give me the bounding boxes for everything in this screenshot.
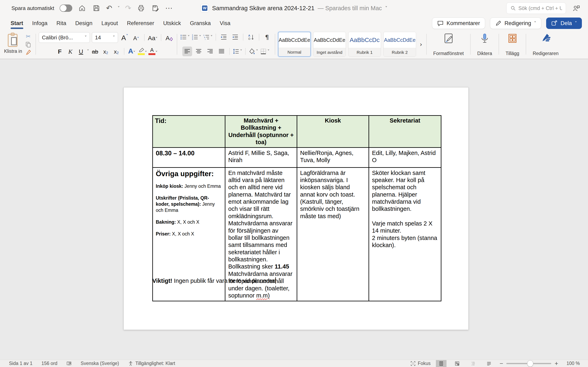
web-layout-view-button[interactable] <box>452 360 462 367</box>
zoom-in-button[interactable]: + <box>554 360 558 367</box>
editing-mode-button[interactable]: Redigering ˅ <box>490 17 541 29</box>
cell-kiosk-duties[interactable]: Lagföräldrarna är inköpsansvariga. I kio… <box>297 167 369 301</box>
justify-button[interactable] <box>217 47 226 56</box>
presence-icon[interactable] <box>572 4 581 13</box>
search-input[interactable] <box>518 5 562 11</box>
multilevel-list-button[interactable]: 1ai ˅ <box>203 32 213 42</box>
addins-button[interactable]: Tillägg <box>502 32 523 57</box>
style-normal[interactable]: AaBbCcDdEe Normal <box>278 32 311 57</box>
cut-icon[interactable]: ✂ <box>24 33 33 40</box>
borders-button[interactable]: ˅ <box>260 47 270 56</box>
header-tid[interactable]: Tid: <box>153 116 225 148</box>
header-kiosk[interactable]: Kiosk <box>297 116 369 148</box>
align-center-button[interactable] <box>194 47 204 56</box>
home-icon[interactable] <box>78 4 86 13</box>
comments-button[interactable]: Kommentarer <box>432 17 485 29</box>
style-heading-1[interactable]: AaBbCcDc Rubrik 1 <box>348 32 381 57</box>
proofing-status-icon[interactable] <box>66 361 72 366</box>
cell-kiosk-names[interactable]: Nellie/Ronja, Agnes, Tuva, Molly <box>297 147 369 167</box>
text-cursor <box>276 277 276 284</box>
subscript-button[interactable]: x2 <box>101 47 111 56</box>
shrink-font-button[interactable]: A˅ <box>131 33 141 42</box>
sort-button[interactable]: AÖ <box>246 32 256 42</box>
copy-icon[interactable] <box>24 41 33 48</box>
undo-chevron-icon[interactable]: ˅ <box>118 6 120 10</box>
grow-font-button[interactable]: A˅ <box>120 33 130 42</box>
focus-mode-button[interactable]: Fokus <box>410 361 431 366</box>
editor-button[interactable]: Redigeraren <box>529 32 562 57</box>
underline-chevron-icon[interactable]: ˅ <box>87 49 89 54</box>
shading-button[interactable]: ˅ <box>249 47 258 56</box>
paste-button[interactable]: Klistra in <box>4 32 22 54</box>
save-as-icon[interactable] <box>151 4 160 13</box>
print-icon[interactable] <box>137 4 146 13</box>
increase-indent-button[interactable] <box>230 32 240 42</box>
word-count[interactable]: 156 ord <box>42 361 57 366</box>
show-formatting-marks-button[interactable]: ¶ <box>262 32 272 42</box>
language-indicator[interactable]: Svenska (Sverige) <box>81 361 119 366</box>
style-no-spacing[interactable]: AaBbCcDdEe Inget avstånd <box>313 32 346 57</box>
print-layout-view-button[interactable] <box>436 360 447 367</box>
toggle-knob <box>60 5 67 11</box>
decrease-indent-button[interactable] <box>219 32 229 42</box>
clear-formatting-button[interactable]: A <box>164 33 174 42</box>
autosave-toggle[interactable] <box>60 4 72 12</box>
share-button[interactable]: Dela ˅ <box>546 17 582 29</box>
document-canvas[interactable]: Tid: Matchvärd + Bollkastning + Underhål… <box>0 59 588 360</box>
outline-view-button[interactable] <box>468 360 478 367</box>
tab-layout[interactable]: Layout <box>97 17 122 29</box>
underline-button[interactable]: U <box>76 47 86 56</box>
tab-infoga[interactable]: Infoga <box>28 17 52 29</box>
cell-sekretariat-names[interactable]: Edit, Lilly, Majken, Astrid O <box>369 147 441 167</box>
save-icon[interactable] <box>92 4 101 13</box>
ovriga-item-inkop: Inköp kiosk: Jenny och Emma <box>156 183 222 189</box>
zoom-percentage[interactable]: 100 % <box>563 361 580 366</box>
change-case-button[interactable]: Aa˅ <box>148 33 158 42</box>
bullet-list-button[interactable]: ˅ <box>180 32 190 42</box>
tab-utskick[interactable]: Utskick <box>159 17 185 29</box>
italic-button[interactable]: K <box>66 47 75 56</box>
style-heading-2[interactable]: AaBbCcDdEe Rubrik 2 <box>383 32 416 57</box>
header-matchvard[interactable]: Matchvärd + Bollkastning + Underhåll (so… <box>225 116 297 148</box>
font-size-select[interactable]: 14 ˅ <box>92 32 118 43</box>
font-name-chevron-icon: ˅ <box>85 35 87 40</box>
tab-start[interactable]: Start <box>6 17 28 29</box>
cell-time[interactable]: 08.30 – 14.00 <box>153 147 225 167</box>
accessibility-status[interactable]: Tillgänglighet: Klart <box>128 361 175 366</box>
zoom-slider-knob[interactable] <box>527 360 533 367</box>
strikethrough-button[interactable]: ab <box>90 47 100 56</box>
more-options-icon[interactable]: ⋯ <box>165 4 173 12</box>
numbered-list-button[interactable]: 123 ˅ <box>191 32 201 42</box>
document-page[interactable]: Tid: Matchvärd + Bollkastning + Underhål… <box>123 87 468 330</box>
tab-design[interactable]: Design <box>71 17 97 29</box>
clipboard-group: Klistra in ✂ <box>4 32 33 57</box>
title-bar: Spara automatiskt ↶ ˅ ↷ ⋯ W Sammandrag S… <box>0 0 588 16</box>
font-name-select[interactable]: Calibri (Brö... ˅ <box>39 32 90 43</box>
bold-button[interactable]: F <box>55 47 65 56</box>
header-sekretariat[interactable]: Sekretariat <box>369 116 441 148</box>
highlight-color-button[interactable]: ˅ <box>138 47 147 56</box>
page-indicator[interactable]: Sida 1 av 1 <box>9 361 33 366</box>
cell-sekretariat-duties[interactable]: Sköter klockan samt speaker. Har koll på… <box>369 167 441 301</box>
tab-granska[interactable]: Granska <box>185 17 215 29</box>
undo-icon[interactable]: ↶ <box>106 4 112 12</box>
superscript-button[interactable]: x2 <box>112 47 121 56</box>
draft-view-button[interactable] <box>484 360 494 367</box>
styles-gallery-expand-icon[interactable]: › <box>419 41 424 48</box>
tab-referenser[interactable]: Referenser <box>122 17 159 29</box>
cell-matchvard-names[interactable]: Astrid F, Millie S, Saga, Nirah <box>225 147 297 167</box>
align-right-button[interactable] <box>205 47 215 56</box>
zoom-out-button[interactable]: − <box>500 360 503 367</box>
align-left-button[interactable] <box>182 47 192 56</box>
format-pane-button[interactable]: Formatfönstret <box>430 32 467 57</box>
format-painter-icon[interactable] <box>24 49 33 56</box>
line-spacing-button[interactable]: ˅ <box>233 47 242 56</box>
zoom-slider-track[interactable] <box>506 363 551 364</box>
font-color-button[interactable]: A ˅ <box>148 47 158 56</box>
important-note[interactable]: Viktigt! Ingen publik får vara nere vid … <box>152 277 276 284</box>
dictate-button[interactable]: Diktera <box>474 32 496 57</box>
tab-rita[interactable]: Rita <box>52 17 71 29</box>
text-effects-button[interactable]: A˅ <box>127 47 137 56</box>
tab-visa[interactable]: Visa <box>215 17 235 29</box>
title-chevron-icon[interactable]: ˅ <box>385 6 387 10</box>
